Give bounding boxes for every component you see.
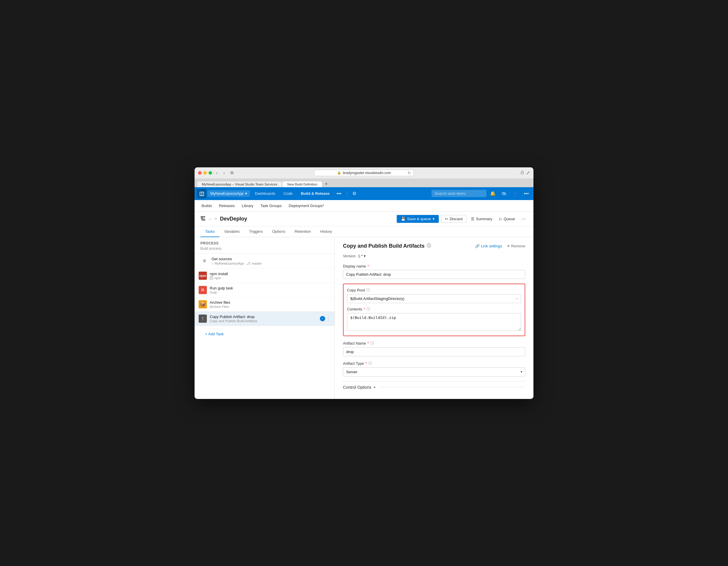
task-check-icon: ✓ <box>320 316 325 321</box>
artifact-type-select[interactable]: Server File Share <box>343 367 525 376</box>
settings-gear-icon[interactable]: ⚙ <box>350 190 359 197</box>
nav-dashboards[interactable]: Dashboards <box>251 190 279 197</box>
task-item-gulp[interactable]: G Run gulp task Gulp <box>195 283 334 297</box>
contents-info-icon[interactable]: ⓘ <box>367 307 370 312</box>
copy-root-group: Copy Root ⓘ ··· <box>347 288 521 303</box>
copy-root-input-wrapper: ··· <box>347 294 521 303</box>
copy-publish-sub: Copy and Publish Build Artifacts <box>210 319 317 323</box>
task-item-get-sources[interactable]: ≡ Get sources ⬦ MyNewExpressApp ⎇ master <box>195 254 334 269</box>
task-item-npm[interactable]: npm npm install 🄽 npm <box>195 269 334 283</box>
nav-build-release[interactable]: Build & Release <box>297 190 333 197</box>
nav-back-button[interactable]: ‹ <box>214 170 219 176</box>
copy-root-input[interactable] <box>347 294 521 303</box>
share-icon[interactable]: ⎙ <box>521 170 524 176</box>
page-header-actions: 💾 Save & queue ▾ ↩ Discard ☰ Summary ▷ Q… <box>397 215 528 223</box>
highlighted-section: Copy Root ⓘ ··· Contents * ⓘ $(Bui <box>343 284 525 336</box>
maximize-button[interactable] <box>209 171 212 175</box>
link-settings-label: Link settings <box>481 244 502 248</box>
artifact-name-info-icon[interactable]: ⓘ <box>370 341 374 346</box>
get-sources-repo: MyNewExpressApp <box>215 262 244 265</box>
browser-tab-2[interactable]: New Build Definition <box>282 181 322 187</box>
close-button[interactable] <box>198 171 202 175</box>
nav-forward-button[interactable]: › <box>222 170 227 176</box>
tab-history[interactable]: History <box>316 226 337 237</box>
fullscreen-icon[interactable]: ⤢ <box>526 170 530 176</box>
artifact-type-info-icon[interactable]: ⓘ <box>368 361 372 366</box>
org-selector[interactable]: MyNewExpressApp ▾ <box>207 190 250 197</box>
nav-library[interactable]: Library <box>242 202 254 209</box>
artifact-name-input[interactable] <box>343 347 525 356</box>
display-name-input[interactable] <box>343 270 525 279</box>
contents-textarea[interactable]: $(Build.BuildId).zip <box>347 313 521 331</box>
search-input[interactable] <box>431 190 486 197</box>
version-selector[interactable]: 1.* ▾ <box>358 254 366 258</box>
summary-button[interactable]: ☰ Summary <box>469 215 495 223</box>
address-bar[interactable]: 🔒 bradymgaster.visualstudio.com ↻ <box>314 170 414 176</box>
npm-sub-text: npm <box>214 276 221 280</box>
version-value: 1.* <box>358 254 363 258</box>
new-tab-button[interactable]: + <box>322 181 330 187</box>
tab-options[interactable]: Options <box>268 226 290 237</box>
user-avatar[interactable]: 👤 <box>510 190 520 197</box>
archive-info: Archive files Archive Files <box>210 300 330 308</box>
archive-name: Archive files <box>210 300 330 305</box>
browser-tabbar: MyNewExpressApp – Visual Studio Team Ser… <box>195 178 533 187</box>
task-item-archive[interactable]: 📦 Archive files Archive Files <box>195 297 334 312</box>
minimize-button[interactable] <box>203 171 207 175</box>
header-more-button[interactable]: ··· <box>520 215 528 223</box>
titlebar: ‹ › ⧉ 🔒 bradymgaster.visualstudio.com ↻ … <box>195 167 533 178</box>
breadcrumb-dots[interactable]: ··· <box>209 217 212 221</box>
control-options-chevron-icon: ▾ <box>374 385 375 389</box>
artifact-name-required: * <box>368 341 369 345</box>
copy-root-label: Copy Root ⓘ <box>347 288 521 293</box>
lock-icon: 🔒 <box>337 171 341 175</box>
nav-releases[interactable]: Releases <box>219 202 235 209</box>
task-drag-handle[interactable]: ⋮ <box>326 316 330 321</box>
remove-x-icon: ✕ <box>507 244 510 248</box>
copy-publish-name: Copy Publish Artifact: drop <box>210 315 317 319</box>
artifact-type-select-wrapper: Server File Share ▾ <box>343 367 525 376</box>
tab-tasks[interactable]: Tasks <box>200 226 219 237</box>
npm-sub-icon: 🄽 <box>210 276 213 280</box>
breadcrumb-home-icon[interactable]: 🏗 <box>200 216 206 222</box>
discard-label: Discard <box>450 217 462 221</box>
notification-icon[interactable]: 🔔 <box>488 190 498 197</box>
copy-root-dots-button[interactable]: ··· <box>514 296 520 301</box>
nav-code[interactable]: Code <box>280 190 296 197</box>
queue-button[interactable]: ▷ Queue <box>497 215 517 223</box>
task-sidebar: Process Build process ≡ Get sources ⬦ My… <box>195 237 335 399</box>
control-options-divider <box>380 387 525 387</box>
process-label: Process <box>195 237 334 246</box>
nav-task-groups[interactable]: Task Groups <box>260 202 282 209</box>
nav-builds[interactable]: Builds <box>202 202 212 209</box>
discard-icon: ↩ <box>445 217 448 221</box>
app-logo[interactable]: ◫ <box>197 189 206 198</box>
task-item-copy-publish[interactable]: ↑ Copy Publish Artifact: drop Copy and P… <box>195 312 334 326</box>
browser-tab-1[interactable]: MyNewExpressApp – Visual Studio Team Ser… <box>197 181 282 187</box>
queue-play-icon: ▷ <box>499 217 502 221</box>
tab-triggers[interactable]: Triggers <box>244 226 267 237</box>
get-sources-repo-icon: ⬦ <box>212 262 214 265</box>
save-queue-button[interactable]: 💾 Save & queue ▾ <box>397 215 439 223</box>
queue-label: Queue <box>504 217 515 221</box>
control-options-row[interactable]: Control Options ▾ <box>343 381 525 393</box>
discard-button[interactable]: ↩ Discard <box>441 215 466 223</box>
add-task-button[interactable]: + Add Task <box>199 328 230 340</box>
remove-button[interactable]: ✕ Remove <box>507 244 525 248</box>
gulp-sub-text: Gulp <box>210 291 217 294</box>
nav-more-button[interactable]: ••• <box>334 190 344 197</box>
link-settings-button[interactable]: 🔗 Link settings <box>475 244 502 248</box>
display-name-required: * <box>368 264 369 268</box>
tab-view-button[interactable]: ⧉ <box>229 170 235 176</box>
copy-root-info-icon[interactable]: ⓘ <box>366 288 370 293</box>
tab-retention[interactable]: Retention <box>290 226 316 237</box>
panel-title-text: Copy and Publish Build Artifacts <box>343 243 424 249</box>
tab-variables[interactable]: Variables <box>219 226 244 237</box>
contents-group: Contents * ⓘ $(Build.BuildId).zip <box>347 307 521 332</box>
refresh-icon[interactable]: ↻ <box>408 171 411 175</box>
nav-deployment-groups[interactable]: Deployment Groups* <box>289 202 324 209</box>
app-navbar: ◫ MyNewExpressApp ▾ Dashboards Code Buil… <box>195 187 533 200</box>
panel-info-icon[interactable]: ⓘ <box>427 243 431 249</box>
basket-icon[interactable]: 🛍 <box>499 190 509 197</box>
nav-overflow-icon[interactable]: ••• <box>521 190 531 197</box>
